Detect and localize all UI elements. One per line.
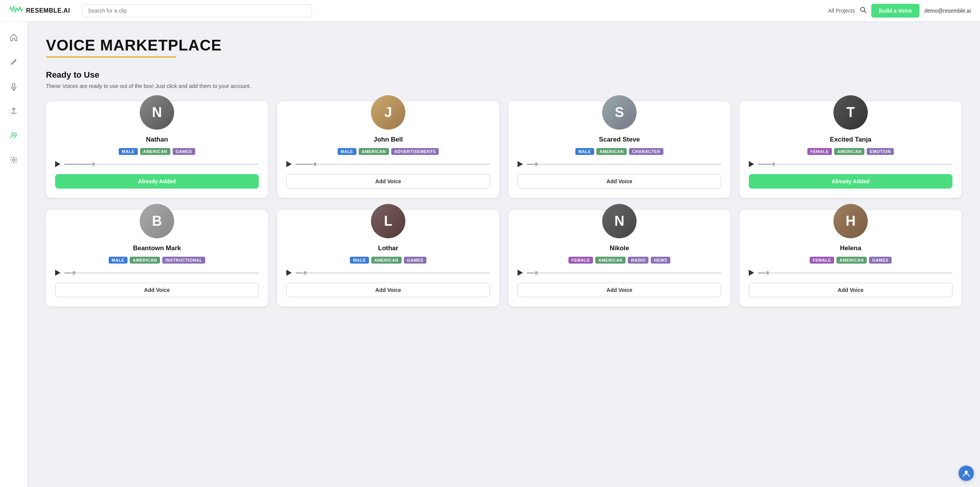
svg-line-1 <box>864 11 866 13</box>
audio-row-nathan <box>55 161 259 167</box>
progress-bar-lothar[interactable] <box>296 272 490 274</box>
progress-bar-helena[interactable] <box>758 272 952 274</box>
voice-grid-row2: B Beantown Mark MALEAMERICANINSTRUCTIONA… <box>46 210 962 306</box>
voice-name-lothar: Lothar <box>378 244 399 252</box>
svg-marker-9 <box>55 161 60 167</box>
voice-name-scared-steve: Scared Steve <box>599 136 640 143</box>
audio-row-lothar <box>286 270 490 276</box>
svg-rect-3 <box>13 83 15 88</box>
svg-marker-14 <box>286 270 292 276</box>
play-button-helena[interactable] <box>749 270 754 276</box>
tag-row-excited-tanja: FEMALEAMERICANEMOTION <box>807 148 894 155</box>
nav-right: All Projects Build a Voice demo@resemble… <box>828 4 971 18</box>
progress-bar-excited-tanja[interactable] <box>758 164 952 165</box>
search-input[interactable] <box>82 4 312 17</box>
user-email: demo@resemble.ai <box>924 8 971 14</box>
sidebar-item-edit[interactable] <box>7 55 21 69</box>
tag-character: CHARACTER <box>629 148 663 155</box>
add-voice-button-john-bell[interactable]: Add Voice <box>286 174 490 189</box>
progress-bar-nathan[interactable] <box>64 164 259 165</box>
sidebar-item-voices[interactable] <box>7 129 21 142</box>
sidebar-item-home[interactable] <box>7 31 21 44</box>
play-button-nikole[interactable] <box>518 270 523 276</box>
progress-bar-john-bell[interactable] <box>296 164 490 165</box>
svg-point-8 <box>13 159 15 161</box>
audio-row-beantown-mark <box>55 270 259 276</box>
play-button-excited-tanja[interactable] <box>749 161 754 167</box>
section-desc: These Voices are ready to use out of the… <box>46 83 962 89</box>
tag-female: FEMALE <box>568 257 593 264</box>
section-title: Ready to Use <box>46 70 962 80</box>
tag-games: GAMES <box>404 257 426 264</box>
tag-american: AMERICAN <box>595 257 626 264</box>
voice-card-nikole: N Nikole FEMALEAMERICANRADIONEWS Add Voi… <box>508 210 730 306</box>
progress-bar-scared-steve[interactable] <box>527 164 721 165</box>
voice-avatar-beantown-mark: B <box>140 204 174 238</box>
tag-row-beantown-mark: MALEAMERICANINSTRUCTIONAL <box>109 257 206 264</box>
page-title: VOICE MARKETPLACE <box>46 37 962 54</box>
sidebar-item-record[interactable] <box>7 80 21 93</box>
sidebar <box>0 21 28 487</box>
voice-avatar-helena: H <box>833 204 868 238</box>
voice-card-scared-steve: S Scared Steve MALEAMERICANCHARACTER Add… <box>508 101 730 198</box>
voice-name-john-bell: John Bell <box>374 136 403 143</box>
play-button-nathan[interactable] <box>55 161 60 167</box>
tag-american: AMERICAN <box>371 257 402 264</box>
tag-female: FEMALE <box>810 257 834 264</box>
voice-avatar-john-bell: J <box>371 95 405 130</box>
tag-row-john-bell: MALEAMERICANADVERTISEMENTS <box>338 148 439 155</box>
voice-name-helena: Helena <box>840 244 861 252</box>
add-voice-button-excited-tanja[interactable]: Already Added <box>749 174 952 189</box>
voice-name-nathan: Nathan <box>146 136 168 143</box>
play-button-lothar[interactable] <box>286 270 292 276</box>
add-voice-button-scared-steve[interactable]: Add Voice <box>518 174 721 189</box>
tag-male: MALE <box>338 148 356 155</box>
svg-point-17 <box>965 471 968 474</box>
audio-row-nikole <box>518 270 721 276</box>
voice-avatar-nikole: N <box>602 204 637 238</box>
voice-grid-row1: N Nathan MALEAMERICANGAMES Already Added <box>46 101 962 198</box>
voice-card-helena: H Helena FEMALEAMERICANGAMES Add Voice <box>740 210 962 306</box>
user-badge[interactable] <box>959 466 974 481</box>
voice-card-lothar: L Lothar MALEAMERICANGAMES Add Voice <box>277 210 499 306</box>
progress-bar-nikole[interactable] <box>527 272 721 274</box>
tag-female: FEMALE <box>807 148 832 155</box>
all-projects-dropdown[interactable]: All Projects <box>828 8 855 14</box>
tag-male: MALE <box>119 148 137 155</box>
svg-marker-13 <box>55 270 60 276</box>
add-voice-button-lothar[interactable]: Add Voice <box>286 283 490 297</box>
add-voice-button-helena[interactable]: Add Voice <box>749 283 952 297</box>
play-button-beantown-mark[interactable] <box>55 270 60 276</box>
svg-marker-12 <box>749 161 754 167</box>
add-voice-button-beantown-mark[interactable]: Add Voice <box>55 283 259 297</box>
tag-row-nathan: MALEAMERICANGAMES <box>119 148 195 155</box>
build-voice-button[interactable]: Build a Voice <box>871 4 920 18</box>
tag-news: NEWS <box>651 257 670 264</box>
voice-card-excited-tanja: T Excited Tanja FEMALEAMERICANEMOTION Al… <box>740 101 962 198</box>
tag-row-nikole: FEMALEAMERICANRADIONEWS <box>568 257 670 264</box>
tag-american: AMERICAN <box>836 257 867 264</box>
audio-row-john-bell <box>286 161 490 167</box>
tag-radio: RADIO <box>628 257 648 264</box>
search-button[interactable] <box>860 7 867 15</box>
play-button-john-bell[interactable] <box>286 161 292 167</box>
voice-card-nathan: N Nathan MALEAMERICANGAMES Already Added <box>46 101 268 198</box>
voice-avatar-scared-steve: S <box>602 95 637 130</box>
progress-bar-beantown-mark[interactable] <box>64 272 259 274</box>
add-voice-button-nathan[interactable]: Already Added <box>55 174 259 189</box>
voice-name-nikole: Nikole <box>609 244 629 252</box>
tag-row-helena: FEMALEAMERICANGAMES <box>810 257 892 264</box>
tag-row-scared-steve: MALEAMERICANCHARACTER <box>575 148 664 155</box>
tag-american: AMERICAN <box>130 257 160 264</box>
svg-point-6 <box>11 133 14 136</box>
topnav: RESEMBLE.AI All Projects Build a Voice d… <box>0 0 980 21</box>
tag-advertisements: ADVERTISEMENTS <box>391 148 439 155</box>
sidebar-item-upload[interactable] <box>7 104 21 118</box>
play-button-scared-steve[interactable] <box>518 161 523 167</box>
svg-marker-16 <box>749 270 754 276</box>
add-voice-button-nikole[interactable]: Add Voice <box>518 283 721 297</box>
sidebar-item-settings[interactable] <box>7 153 21 167</box>
audio-row-helena <box>749 270 952 276</box>
audio-row-scared-steve <box>518 161 721 167</box>
tag-male: MALE <box>575 148 594 155</box>
